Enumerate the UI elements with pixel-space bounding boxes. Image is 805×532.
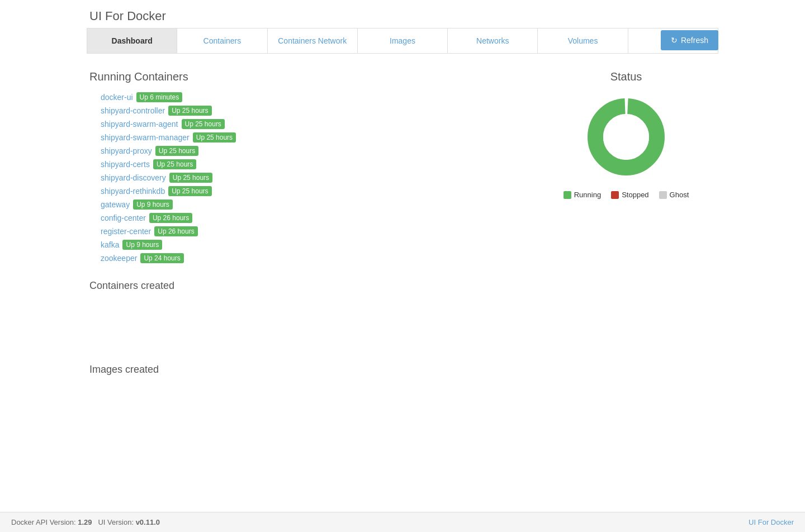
list-item: shipyard-swarm-agentUp 25 hours [101,119,514,129]
refresh-button[interactable]: ↻ Refresh [661,30,718,50]
uptime-badge: Up 25 hours [155,146,198,156]
container-name[interactable]: shipyard-discovery [101,173,166,182]
container-list: docker-uiUp 6 minutesshipyard-controller… [89,92,514,263]
uptime-badge: Up 26 hours [149,213,192,223]
legend-running-color [564,191,571,199]
donut-chart-container [537,92,716,182]
list-item: gatewayUp 9 hours [101,200,514,210]
list-item: shipyard-certsUp 25 hours [101,159,514,169]
container-name[interactable]: docker-ui [101,93,133,102]
list-item: shipyard-swarm-managerUp 25 hours [101,132,514,142]
legend-stopped: Stopped [611,191,648,199]
refresh-label: Refresh [681,36,708,45]
list-item: config-centerUp 26 hours [101,213,514,223]
container-name[interactable]: zookeeper [101,254,137,263]
right-panel: Status Running Stopped [537,70,716,431]
uptime-badge: Up 25 hours [182,119,225,129]
container-name[interactable]: shipyard-swarm-agent [101,120,178,129]
containers-created-title: Containers created [89,280,514,292]
list-item: kafkaUp 9 hours [101,240,514,250]
legend-running-label: Running [574,191,601,199]
uptime-badge: Up 25 hours [168,186,211,196]
list-item: zookeeperUp 24 hours [101,253,514,263]
donut-chart [581,92,671,182]
left-panel: Running Containers docker-uiUp 6 minutes… [89,70,514,431]
list-item: shipyard-proxyUp 25 hours [101,146,514,156]
list-item: docker-uiUp 6 minutes [101,92,514,102]
uptime-badge: Up 26 hours [154,226,197,236]
uptime-badge: Up 9 hours [122,240,162,250]
containers-created-section: Containers created [89,280,514,347]
nav-item-containers[interactable]: Containers [177,28,267,53]
legend: Running Stopped Ghost [537,191,716,199]
status-title: Status [537,70,716,83]
container-name[interactable]: shipyard-certs [101,160,150,169]
nav-item-containers-network[interactable]: Containers Network [268,28,358,53]
legend-running: Running [564,191,601,199]
container-name[interactable]: config-center [101,213,146,222]
running-containers-title: Running Containers [89,70,514,83]
nav-item-volumes[interactable]: Volumes [538,28,628,53]
uptime-badge: Up 25 hours [153,159,196,169]
uptime-badge: Up 25 hours [169,173,212,183]
nav-item-images[interactable]: Images [358,28,448,53]
app-title: UI For Docker [0,0,805,28]
legend-ghost: Ghost [659,191,689,199]
legend-ghost-color [659,191,667,199]
uptime-badge: Up 25 hours [193,132,236,142]
main-content: Running Containers docker-uiUp 6 minutes… [89,70,716,431]
uptime-badge: Up 6 minutes [136,92,183,102]
nav-item-dashboard[interactable]: Dashboard [87,28,177,53]
uptime-badge: Up 24 hours [140,253,183,263]
container-name[interactable]: shipyard-proxy [101,146,152,155]
list-item: register-centerUp 26 hours [101,226,514,236]
list-item: shipyard-rethinkdbUp 25 hours [101,186,514,196]
container-name[interactable]: kafka [101,240,119,249]
svg-point-1 [603,114,649,160]
refresh-icon: ↻ [671,36,678,45]
nav-item-networks[interactable]: Networks [448,28,538,53]
container-name[interactable]: shipyard-swarm-manager [101,133,190,142]
list-item: shipyard-discoveryUp 25 hours [101,173,514,183]
container-name[interactable]: shipyard-rethinkdb [101,187,165,196]
legend-stopped-label: Stopped [622,191,648,199]
uptime-badge: Up 9 hours [133,200,173,210]
legend-stopped-color [611,191,619,199]
images-created-section: Images created [89,364,514,431]
container-name[interactable]: gateway [101,200,130,209]
container-name[interactable]: register-center [101,227,151,236]
container-name[interactable]: shipyard-controller [101,106,165,115]
legend-ghost-label: Ghost [670,191,689,199]
nav-bar: Dashboard Containers Containers Network … [87,28,718,54]
list-item: shipyard-controllerUp 25 hours [101,106,514,116]
images-created-title: Images created [89,364,514,376]
uptime-badge: Up 25 hours [168,106,211,116]
